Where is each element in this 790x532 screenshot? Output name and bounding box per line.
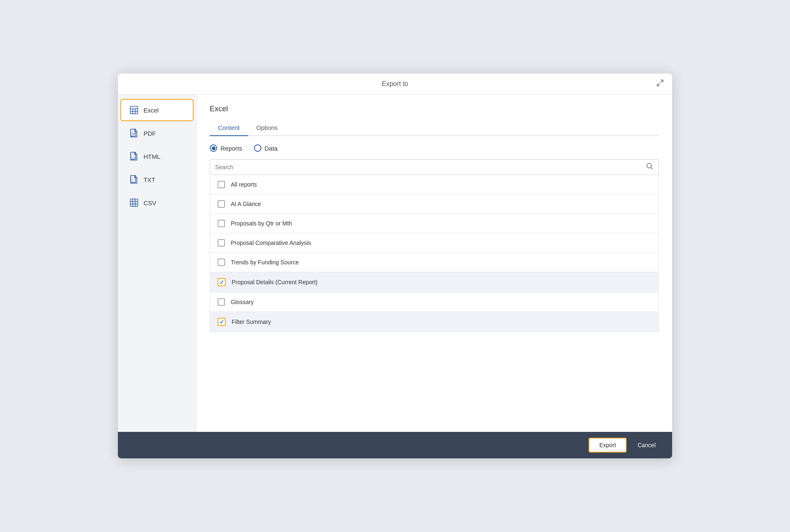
svg-rect-20 xyxy=(130,199,138,206)
radio-data-circle xyxy=(254,144,261,152)
sidebar-txt-label: TXT xyxy=(144,176,155,183)
main-content: Excel Content Options Reports Data xyxy=(196,95,672,432)
checkbox-at-a-glance[interactable] xyxy=(218,200,225,208)
report-label-all-reports: All reports xyxy=(231,181,257,188)
report-item-proposal-comparative[interactable]: Proposal Comparative Analysis xyxy=(210,233,658,253)
section-title: Excel xyxy=(210,105,659,113)
dialog-footer: Export Cancel xyxy=(118,432,672,458)
radio-data[interactable]: Data xyxy=(254,144,278,152)
report-label-proposals-qtr: Proposals by Qtr or Mth xyxy=(231,220,292,227)
sidebar-item-pdf[interactable]: PDF xyxy=(120,122,194,144)
checkbox-all-reports[interactable] xyxy=(218,181,225,188)
sidebar-item-txt[interactable]: T TXT xyxy=(120,168,194,191)
cancel-button[interactable]: Cancel xyxy=(631,439,662,452)
radio-reports-label: Reports xyxy=(220,145,242,152)
csv-icon xyxy=(129,198,139,207)
sidebar-item-csv[interactable]: CSV xyxy=(120,192,194,214)
sidebar-html-label: HTML xyxy=(144,153,160,160)
checkbox-proposals-qtr[interactable] xyxy=(218,220,225,227)
export-button[interactable]: Export xyxy=(589,438,627,453)
html-icon: </> xyxy=(129,152,139,161)
svg-line-26 xyxy=(651,168,653,169)
radio-reports[interactable]: Reports xyxy=(210,144,242,152)
report-item-trends-funding[interactable]: Trends by Funding Source xyxy=(210,253,658,272)
report-item-filter-summary[interactable]: Filter Summary xyxy=(210,312,658,332)
tab-content[interactable]: Content xyxy=(210,120,248,136)
txt-icon: T xyxy=(129,175,139,184)
report-label-glossary: Glossary xyxy=(231,299,254,305)
sidebar-csv-label: CSV xyxy=(144,199,156,206)
expand-icon[interactable] xyxy=(656,79,664,89)
report-label-filter-summary: Filter Summary xyxy=(232,319,271,325)
report-item-glossary[interactable]: Glossary xyxy=(210,292,658,312)
table-icon xyxy=(129,105,139,115)
checkbox-proposal-details[interactable] xyxy=(218,278,226,286)
dialog-header: Export to xyxy=(118,74,672,95)
dialog-body: Excel PDF xyxy=(118,95,672,432)
report-item-proposal-details[interactable]: Proposal Details (Current Report) xyxy=(210,272,658,292)
report-item-at-a-glance[interactable]: At A Glance xyxy=(210,194,658,214)
sidebar-item-html[interactable]: </> HTML xyxy=(120,145,194,168)
report-item-all-reports[interactable]: All reports xyxy=(210,175,658,194)
export-dialog: Export to xyxy=(118,74,672,458)
sidebar-excel-label: Excel xyxy=(144,107,159,114)
svg-rect-7 xyxy=(131,129,136,136)
checkbox-trends-funding[interactable] xyxy=(218,259,225,266)
radio-reports-circle xyxy=(210,144,217,152)
sidebar: Excel PDF xyxy=(118,95,196,432)
search-icon xyxy=(646,163,654,172)
svg-rect-2 xyxy=(130,106,138,114)
checkbox-proposal-comparative[interactable] xyxy=(218,239,225,247)
tab-options[interactable]: Options xyxy=(248,120,286,136)
report-label-trends-funding: Trends by Funding Source xyxy=(231,259,299,266)
dialog-title: Export to xyxy=(382,80,408,88)
report-item-proposals-qtr[interactable]: Proposals by Qtr or Mth xyxy=(210,214,658,233)
radio-data-label: Data xyxy=(265,145,278,152)
report-label-proposal-details: Proposal Details (Current Report) xyxy=(232,279,318,285)
radio-group: Reports Data xyxy=(210,144,659,152)
checkbox-glossary[interactable] xyxy=(218,298,225,306)
report-list: All reports At A Glance Proposals by Qtr… xyxy=(210,175,659,332)
search-input[interactable] xyxy=(215,164,646,170)
sidebar-pdf-label: PDF xyxy=(144,130,156,137)
search-container xyxy=(210,159,659,175)
pdf-icon xyxy=(129,129,139,138)
report-label-at-a-glance: At A Glance xyxy=(231,201,261,207)
report-label-proposal-comparative: Proposal Comparative Analysis xyxy=(231,240,311,246)
svg-text:</>: </> xyxy=(132,156,136,159)
svg-point-25 xyxy=(647,163,651,168)
svg-text:T: T xyxy=(132,179,134,182)
checkbox-filter-summary[interactable] xyxy=(218,318,226,326)
sidebar-item-excel[interactable]: Excel xyxy=(120,99,194,121)
tabs: Content Options xyxy=(210,120,659,136)
